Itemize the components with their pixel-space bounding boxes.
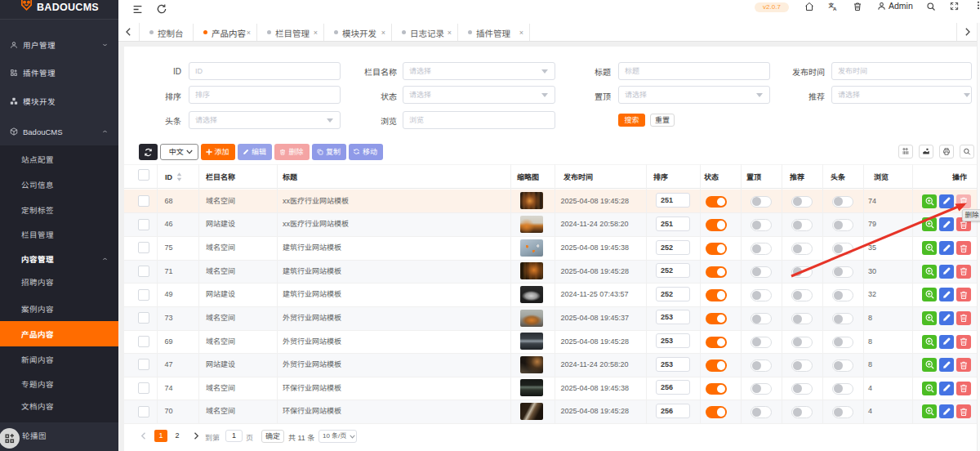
svg-text:A: A <box>833 7 837 11</box>
